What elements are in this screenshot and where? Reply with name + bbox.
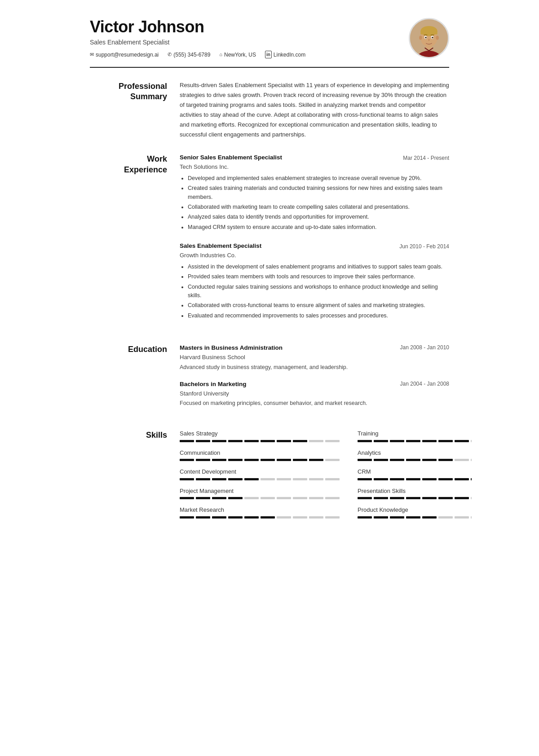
skill-segment [455,440,469,442]
skill-segment [196,440,210,442]
job-company: Growth Industries Co. [180,251,449,260]
skill-segment [228,497,243,499]
edu-desc: Advanced study in business strategy, man… [180,363,449,372]
skill-segment [390,516,404,519]
svg-point-10 [425,37,427,39]
bullet-item: Created sales training materials and con… [188,184,449,202]
skill-segment [228,516,243,519]
skill-segment [325,478,340,480]
edu-item: Bachelors in Marketing Jan 2004 - Jan 20… [180,380,449,408]
contact-location: ⌂ NewYork, US [219,51,256,59]
edu-date: Jan 2008 - Jan 2010 [400,343,449,352]
candidate-name: Victor Johnson [90,18,305,36]
skill-segment [325,516,340,519]
skill-segment [261,459,275,461]
contact-email: ✉ support@resumedesign.ai [90,51,159,59]
skill-segment [261,516,275,519]
linkedin-text: LinkedIn.com [274,51,305,59]
skill-segment [228,478,243,480]
edu-date: Jan 2004 - Jan 2008 [400,380,449,389]
skill-segment [244,516,259,519]
location-icon: ⌂ [219,51,222,58]
contact-phone: ✆ (555) 345-6789 [168,51,210,59]
skill-name: Sales Strategy [180,429,340,438]
skill-segment [406,459,420,461]
skill-segment [390,459,404,461]
job-date: Jun 2010 - Feb 2014 [399,242,449,251]
skill-segment [358,459,372,461]
skill-segment [438,478,453,480]
svg-point-4 [420,26,437,36]
skill-segment [180,459,194,461]
skill-segment [390,497,404,499]
skill-segment [406,497,420,499]
skill-bar [180,478,340,480]
summary-content: Results-driven Sales Enablement Speciali… [180,80,449,140]
skill-bar [358,440,472,442]
job-bullets: Assisted in the development of sales ena… [180,263,449,320]
skill-name: Market Research [180,505,340,514]
job-date: Mar 2014 - Present [403,153,449,162]
skill-segment [212,459,226,461]
job-header: Sales Enablement Specialist Jun 2010 - F… [180,242,449,251]
edu-header: Masters in Business Administration Jan 2… [180,343,449,352]
skill-item: Project Management [180,487,340,500]
email-text: support@resumedesign.ai [96,51,159,59]
header-info: Victor Johnson Sales Enablement Speciali… [90,18,305,59]
skill-segment [455,497,469,499]
skill-segment [293,516,307,519]
skill-name: CRM [358,467,472,476]
linkedin-icon: in [265,51,272,58]
contact-row: ✉ support@resumedesign.ai ✆ (555) 345-67… [90,51,305,59]
skill-segment [212,516,226,519]
skill-segment [406,516,420,519]
skill-segment [293,459,307,461]
svg-point-6 [419,35,422,40]
skill-segment [438,516,453,519]
location-text: NewYork, US [224,51,256,59]
skill-segment [390,440,404,442]
header-divider [90,67,449,68]
bullet-item: Analyzed sales data to identify trends a… [188,213,449,221]
experience-section: WorkExperience Senior Sales Enablement S… [90,153,449,330]
skill-segment [261,440,275,442]
skill-segment [325,497,340,499]
skill-segment [277,516,291,519]
email-icon: ✉ [90,51,94,58]
edu-desc: Focused on marketing principles, consume… [180,399,449,408]
skill-segment [309,478,323,480]
skill-segment [406,478,420,480]
bullet-item: Provided sales team members with tools a… [188,273,449,281]
skills-grid: Sales Strategy Training Communication An… [180,429,472,519]
job-bullets: Developed and implemented sales enableme… [180,174,449,232]
skill-segment [180,478,194,480]
skill-name: Content Development [180,467,340,476]
skill-segment [293,497,307,499]
bullet-item: Developed and implemented sales enableme… [188,174,449,183]
skill-segment [325,440,340,442]
skills-section: Skills Sales Strategy Training Communica… [90,429,449,519]
skill-segment [455,478,469,480]
skill-bar [358,478,472,480]
skill-item: Communication [180,448,340,462]
skill-item: Product Knowledge [358,505,472,519]
skill-segment [438,440,453,442]
job-company: Tech Solutions Inc. [180,163,449,171]
skill-segment [390,478,404,480]
skill-segment [406,440,420,442]
phone-text: (555) 345-6789 [173,51,210,59]
skill-bar [358,459,472,461]
skill-segment [228,459,243,461]
edu-degree: Bachelors in Marketing [180,380,247,389]
summary-text: Results-driven Sales Enablement Speciali… [180,80,449,140]
skill-item: Training [358,429,472,442]
skill-segment [374,497,388,499]
job-item: Sales Enablement Specialist Jun 2010 - F… [180,242,449,320]
education-content: Masters in Business Administration Jan 2… [180,343,449,416]
skill-name: Communication [180,448,340,457]
phone-icon: ✆ [168,51,172,58]
contact-linkedin: in LinkedIn.com [265,51,305,59]
experience-label: WorkExperience [90,153,180,330]
skill-segment [180,497,194,499]
job-header: Senior Sales Enablement Specialist Mar 2… [180,153,449,162]
